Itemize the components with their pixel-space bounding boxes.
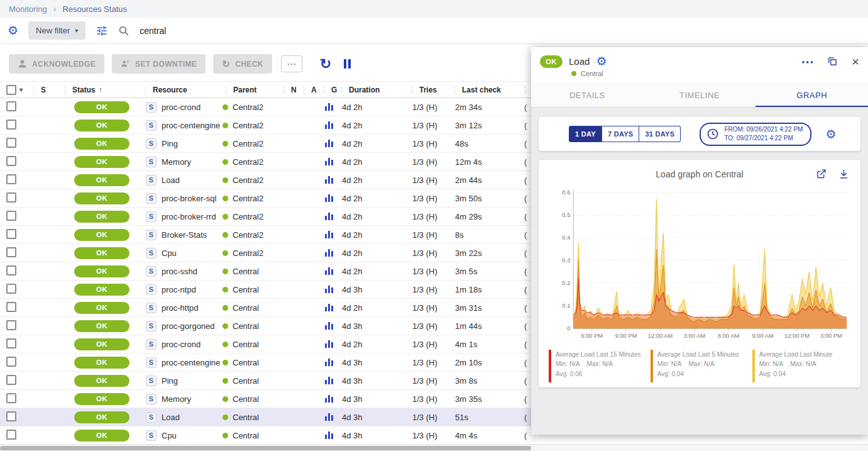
bar-chart-icon[interactable] bbox=[325, 176, 334, 184]
bar-chart-icon[interactable] bbox=[325, 432, 334, 439]
scrollbar-thumb[interactable] bbox=[0, 446, 531, 450]
bar-chart-icon[interactable] bbox=[325, 267, 334, 275]
status-cell: OK bbox=[62, 174, 142, 186]
select-all-checkbox[interactable] bbox=[6, 85, 16, 95]
resource-cell: Sproc-gorgoned bbox=[142, 321, 222, 331]
row-checkbox[interactable] bbox=[6, 101, 16, 111]
panel-settings-gear-icon[interactable]: ⚙ bbox=[596, 55, 607, 67]
column-grip-icon bbox=[62, 86, 70, 94]
set-downtime-button[interactable]: SET DOWNTIME bbox=[112, 54, 206, 74]
row-checkbox[interactable] bbox=[6, 138, 16, 148]
search-input[interactable] bbox=[140, 26, 341, 36]
row-checkbox[interactable] bbox=[6, 156, 16, 166]
duration-cell: 4d 3h bbox=[338, 431, 409, 440]
row-checkbox[interactable] bbox=[6, 229, 16, 239]
bar-chart-icon[interactable] bbox=[325, 322, 334, 330]
panel-more-icon[interactable]: ⋯ bbox=[801, 55, 815, 68]
bar-chart-icon[interactable] bbox=[325, 231, 334, 238]
bar-chart-icon[interactable] bbox=[325, 377, 334, 384]
period-31-days-button[interactable]: 31 DAYS bbox=[639, 126, 681, 142]
bar-chart-icon[interactable] bbox=[325, 249, 334, 257]
row-select-cell bbox=[0, 302, 30, 314]
graph-cell bbox=[321, 286, 338, 293]
row-checkbox[interactable] bbox=[6, 284, 16, 294]
breadcrumb-monitoring[interactable]: Monitoring bbox=[9, 4, 47, 14]
new-filter-dropdown[interactable]: New filter ▾ bbox=[28, 21, 85, 40]
pause-autorefresh-button[interactable] bbox=[344, 59, 351, 69]
bar-chart-icon[interactable] bbox=[325, 286, 334, 293]
open-in-new-icon[interactable] bbox=[816, 169, 827, 182]
bar-chart-icon[interactable] bbox=[325, 413, 334, 421]
row-checkbox[interactable] bbox=[6, 192, 16, 203]
parent-status-dot-icon bbox=[222, 396, 228, 402]
parent-status-dot-icon bbox=[222, 214, 228, 220]
row-checkbox[interactable] bbox=[6, 120, 16, 130]
col-header-status[interactable]: Status↑ bbox=[62, 86, 142, 94]
select-all-header[interactable]: ▾ bbox=[0, 85, 30, 95]
select-rows-caret-icon[interactable]: ▾ bbox=[19, 86, 23, 93]
col-header-n[interactable]: N bbox=[280, 86, 300, 94]
col-header-parent[interactable]: Parent bbox=[222, 86, 280, 94]
col-header-last-check[interactable]: Last check bbox=[451, 86, 522, 94]
horizontal-scrollbar[interactable] bbox=[0, 444, 868, 451]
bar-chart-icon[interactable] bbox=[325, 359, 334, 366]
row-checkbox[interactable] bbox=[6, 393, 16, 403]
filter-tune-icon[interactable] bbox=[96, 25, 108, 37]
download-icon[interactable] bbox=[838, 169, 849, 182]
last-check-cell: 12m 4s bbox=[451, 157, 522, 167]
tab-graph[interactable]: GRAPH bbox=[755, 82, 868, 107]
last-check-cell: 51s bbox=[451, 413, 522, 422]
more-actions-button[interactable]: ⋯ bbox=[281, 55, 302, 72]
svg-text:0.1: 0.1 bbox=[562, 303, 570, 309]
row-checkbox[interactable] bbox=[6, 174, 16, 184]
row-checkbox[interactable] bbox=[6, 430, 16, 440]
date-range-picker[interactable]: FROM: 09/26/2021 4:22 PM TO: 09/27/2021 … bbox=[700, 123, 811, 146]
period-1-day-button[interactable]: 1 DAY bbox=[569, 126, 602, 142]
tab-timeline[interactable]: TIMELINE bbox=[644, 82, 756, 107]
close-panel-icon[interactable]: × bbox=[852, 55, 859, 68]
copy-link-icon[interactable] bbox=[827, 56, 838, 67]
resource-name: proc-centengine bbox=[162, 358, 220, 367]
parent-name: Central2 bbox=[233, 194, 263, 203]
col-header-duration[interactable]: Duration bbox=[338, 86, 409, 94]
row-checkbox[interactable] bbox=[6, 411, 16, 421]
col-header-g[interactable]: G bbox=[321, 86, 338, 94]
col-header-resource[interactable]: Resource bbox=[142, 86, 222, 94]
service-type-icon: S bbox=[146, 339, 157, 350]
row-checkbox[interactable] bbox=[6, 375, 16, 385]
breadcrumb-resources-status[interactable]: Resources Status bbox=[62, 4, 127, 14]
tab-details[interactable]: DETAILS bbox=[531, 82, 644, 107]
row-checkbox[interactable] bbox=[6, 247, 16, 257]
filter-settings-gear-icon[interactable]: ⚙ bbox=[8, 25, 18, 36]
bar-chart-icon[interactable] bbox=[325, 213, 334, 220]
bar-chart-icon[interactable] bbox=[325, 140, 334, 147]
row-checkbox[interactable] bbox=[6, 357, 16, 367]
parent-cell: Central2 bbox=[222, 230, 280, 240]
parent-name: Central bbox=[233, 376, 259, 386]
row-checkbox[interactable] bbox=[6, 320, 16, 330]
bar-chart-icon[interactable] bbox=[325, 103, 334, 111]
tries-cell: 1/3 (H) bbox=[409, 358, 451, 367]
row-checkbox[interactable] bbox=[6, 211, 16, 221]
parent-name: Central2 bbox=[233, 230, 263, 240]
col-header-severity[interactable]: S bbox=[30, 86, 62, 94]
bar-chart-icon[interactable] bbox=[325, 340, 334, 348]
bar-chart-icon[interactable] bbox=[325, 395, 334, 403]
bar-chart-icon[interactable] bbox=[325, 194, 334, 202]
col-header-a[interactable]: A bbox=[300, 86, 321, 94]
graph-settings-gear-icon[interactable]: ⚙ bbox=[825, 128, 836, 140]
bar-chart-icon[interactable] bbox=[325, 158, 334, 165]
period-7-days-button[interactable]: 7 DAYS bbox=[602, 126, 640, 142]
acknowledge-button[interactable]: ACKNOWLEDGE bbox=[9, 54, 104, 74]
row-checkbox[interactable] bbox=[6, 265, 16, 276]
last-check-cell: 48s bbox=[451, 139, 522, 148]
check-button[interactable]: ↻ CHECK bbox=[213, 54, 272, 74]
row-checkbox[interactable] bbox=[6, 338, 16, 348]
refresh-button[interactable]: ↻ bbox=[320, 57, 331, 71]
col-header-tries[interactable]: Tries bbox=[409, 86, 451, 94]
tries-cell: 1/3 (H) bbox=[409, 121, 451, 130]
bar-chart-icon[interactable] bbox=[325, 304, 334, 311]
parent-cell: Central bbox=[222, 358, 280, 367]
bar-chart-icon[interactable] bbox=[325, 121, 334, 129]
row-checkbox[interactable] bbox=[6, 302, 16, 312]
